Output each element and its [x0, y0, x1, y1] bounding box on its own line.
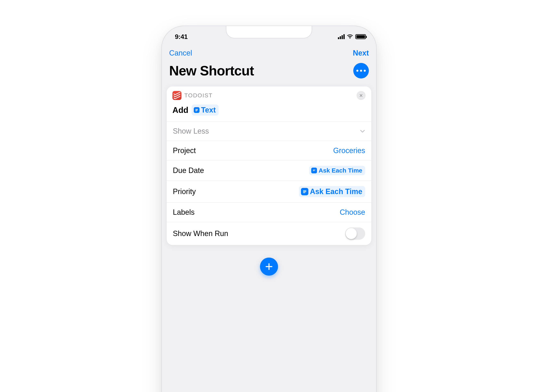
phone-frame: 9:41 Cancel Next New Shortcut TODOIST: [161, 26, 377, 392]
add-action-button[interactable]: [260, 258, 278, 275]
card-app-name: TODOIST: [184, 92, 213, 99]
show-when-run-row: Show When Run: [167, 222, 371, 245]
svg-rect-4: [313, 170, 315, 171]
action-summary[interactable]: Add Text: [167, 103, 371, 121]
ask-icon: [311, 168, 317, 173]
svg-rect-7: [303, 192, 305, 193]
show-less-row[interactable]: Show Less: [167, 121, 371, 141]
notch: [226, 26, 312, 38]
due-date-value: Ask Each Time: [319, 167, 362, 174]
priority-label: Priority: [173, 187, 196, 196]
chevron-down-icon: [360, 128, 365, 134]
svg-rect-3: [313, 170, 315, 170]
remove-action-button[interactable]: [357, 91, 366, 100]
due-date-row[interactable]: Due Date Ask Each Time: [167, 160, 371, 181]
cellular-icon: [338, 34, 345, 39]
priority-value: Ask Each Time: [310, 187, 362, 196]
more-button[interactable]: [353, 63, 369, 79]
cancel-button[interactable]: Cancel: [169, 49, 192, 57]
svg-rect-1: [195, 110, 198, 110]
wifi-icon: [347, 34, 353, 39]
labels-value: Choose: [340, 208, 365, 217]
due-date-ask-token[interactable]: Ask Each Time: [309, 166, 365, 175]
nav-bar: Cancel Next: [162, 45, 376, 61]
due-date-label: Due Date: [173, 166, 204, 175]
status-indicators: [338, 34, 366, 39]
action-card: TODOIST Add Text Show Less Project Groce…: [167, 86, 371, 245]
show-less-label: Show Less: [173, 127, 209, 135]
priority-ask-token[interactable]: Ask Each Time: [299, 186, 365, 197]
svg-rect-6: [303, 191, 306, 192]
status-time: 9:41: [175, 33, 188, 41]
variable-text-label: Text: [201, 106, 216, 114]
svg-rect-5: [303, 190, 306, 191]
labels-label: Labels: [173, 208, 195, 217]
project-label: Project: [173, 146, 196, 155]
card-header: TODOIST: [167, 86, 371, 103]
project-row[interactable]: Project Groceries: [167, 141, 371, 160]
svg-rect-2: [195, 111, 197, 111]
variable-text-token[interactable]: Text: [192, 104, 219, 116]
ask-icon: [301, 188, 308, 195]
page-title: New Shortcut: [169, 63, 254, 79]
priority-row[interactable]: Priority Ask Each Time: [167, 181, 371, 202]
project-value: Groceries: [333, 146, 365, 155]
next-button[interactable]: Next: [353, 49, 369, 57]
battery-icon: [355, 34, 366, 39]
show-when-run-toggle[interactable]: [345, 228, 365, 240]
action-verb: Add: [172, 106, 189, 115]
title-row: New Shortcut: [162, 63, 376, 84]
todoist-app-icon: [172, 91, 181, 100]
show-when-run-label: Show When Run: [173, 229, 228, 238]
svg-rect-0: [195, 109, 198, 109]
text-variable-icon: [194, 107, 199, 113]
labels-row[interactable]: Labels Choose: [167, 202, 371, 222]
